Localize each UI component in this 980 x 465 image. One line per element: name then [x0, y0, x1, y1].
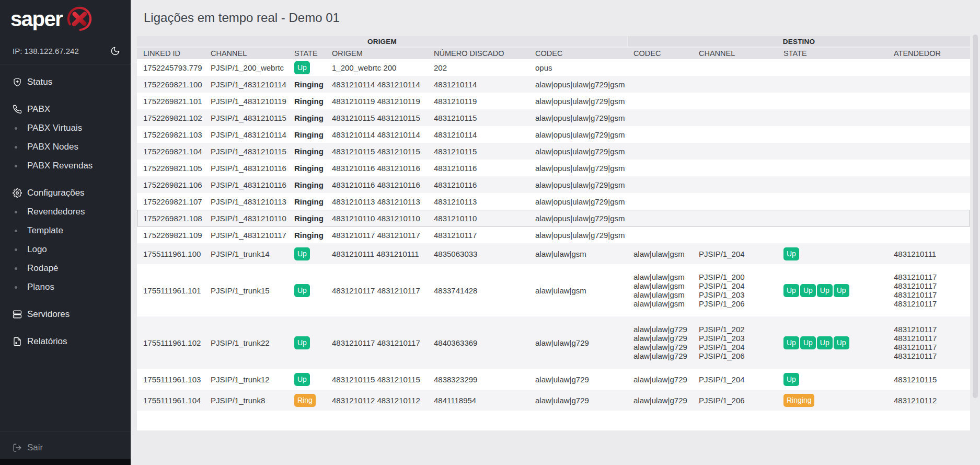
- group-header-origem: ORIGEM: [137, 36, 627, 47]
- table-row[interactable]: 1752269821.100PJSIP/1_4831210114Ringing4…: [137, 76, 970, 93]
- cell-linked-id: 1752269821.107: [137, 197, 204, 206]
- dest-state-badge: Up: [783, 373, 799, 386]
- state-badge: Ring: [294, 394, 316, 407]
- col-header-numero-discado-4: NÚMERO DISCADO: [428, 48, 529, 59]
- cell-codec: alaw|opus|ulaw|g729|gsm: [529, 180, 627, 189]
- cell-dest-codec: alaw|ulaw|gsm: [627, 249, 693, 258]
- vertical-scrollbar-thumb[interactable]: [973, 35, 978, 398]
- cell-channel: PJSIP/1_4831210114: [204, 130, 288, 139]
- cell-atendedor: 4831210112: [887, 396, 970, 405]
- cell-dest-channel-line: PJSIP/1_200: [699, 273, 775, 281]
- sidebar-item-sair[interactable]: Sair: [0, 438, 131, 457]
- cell-numero-discado: 202: [428, 63, 529, 72]
- dest-state-badges: Ringing: [783, 394, 885, 407]
- brand-logo: saper: [10, 4, 94, 33]
- sidebar-item-pabx-nodes[interactable]: PABX Nodes: [0, 138, 131, 156]
- sidebar-item-label: Logo: [27, 244, 47, 255]
- sidebar-item-pabx-virtuais[interactable]: PABX Virtuais: [0, 119, 131, 138]
- table-column-header: LINKED IDCHANNELSTATEORIGEMNÚMERO DISCAD…: [137, 48, 970, 59]
- sidebar-item-relatorios[interactable]: Relatórios: [0, 332, 131, 351]
- sidebar-item-configuracoes[interactable]: Configurações: [0, 184, 131, 202]
- cell-atendedor-line: 4831210117: [894, 281, 968, 290]
- state-text: Ringing: [294, 197, 324, 206]
- table-row[interactable]: 1752269821.105PJSIP/1_4831210116Ringing4…: [137, 160, 970, 176]
- saper-x-icon: [65, 5, 94, 33]
- cell-state: Up: [288, 247, 326, 260]
- cell-state: Up: [288, 373, 326, 386]
- sidebar-item-pabx[interactable]: PABX: [0, 100, 131, 119]
- cell-channel: PJSIP/1_200_webrtc: [204, 63, 288, 72]
- table-row[interactable]: 1752269821.103PJSIP/1_4831210114Ringing4…: [137, 126, 970, 143]
- cell-dest-channel: PJSIP/1_202PJSIP/1_203PJSIP/1_204PJSIP/1…: [693, 325, 777, 360]
- cell-linked-id: 1755111961.104: [137, 396, 204, 405]
- cell-numero-discado: 4831210113: [428, 197, 529, 206]
- sidebar: saper IP: 138.122.67.242 StatusPABXPABX …: [0, 0, 131, 465]
- cell-codec: alaw|opus|ulaw|g729|gsm: [529, 164, 627, 173]
- table-row[interactable]: 1755111961.104PJSIP/1_trunk8Ring48312101…: [137, 390, 970, 411]
- table-row[interactable]: 1752269821.108PJSIP/1_4831210110Ringing4…: [137, 210, 970, 226]
- sidebar-item-revendedores[interactable]: Revendedores: [0, 202, 131, 221]
- col-header-state-8: STATE: [777, 48, 887, 59]
- phone-icon: [13, 105, 27, 114]
- sidebar-item-label: Relatórios: [27, 336, 67, 347]
- sidebar-item-status[interactable]: Status: [0, 73, 131, 92]
- cell-dest-channel-line: PJSIP/1_202: [699, 325, 775, 334]
- dest-state-badges: UpUpUpUp: [783, 284, 885, 297]
- dest-state-badge: Up: [783, 284, 799, 297]
- cell-linked-id: 1752269821.105: [137, 164, 204, 173]
- cell-dest-channel-line: PJSIP/1_204: [699, 249, 775, 258]
- cell-origem: 4831210119 4831210119: [326, 97, 428, 106]
- cell-linked-id: 1752245793.779: [137, 63, 204, 72]
- state-text: Ringing: [294, 180, 324, 189]
- table-row[interactable]: 1752269821.101PJSIP/1_4831210119Ringing4…: [137, 93, 970, 109]
- table-row[interactable]: 1752269821.106PJSIP/1_4831210116Ringing4…: [137, 176, 970, 193]
- cell-dest-channel: PJSIP/1_206: [693, 396, 777, 405]
- state-text: Ringing: [294, 147, 324, 156]
- cell-linked-id: 1752269821.103: [137, 130, 204, 139]
- cell-numero-discado: 4838323299: [428, 375, 529, 384]
- table-row[interactable]: 1755111961.103PJSIP/1_trunk12Up483121011…: [137, 369, 970, 390]
- table-row[interactable]: 1752245793.779PJSIP/1_200_webrtcUp1_200_…: [137, 59, 970, 76]
- cell-dest-channel-line: PJSIP/1_206: [699, 351, 775, 360]
- table-row[interactable]: 1755111961.101PJSIP/1_trunk15Up483121011…: [137, 264, 970, 316]
- table-row[interactable]: 1752269821.104PJSIP/1_4831210115Ringing4…: [137, 143, 970, 160]
- col-header-codec-6: CODEC: [627, 48, 693, 59]
- state-badge: Up: [294, 336, 310, 349]
- table-row[interactable]: 1752269821.107PJSIP/1_4831210113Ringing4…: [137, 193, 970, 210]
- sidebar-item-rodape[interactable]: Rodapé: [0, 259, 131, 278]
- cell-numero-discado: 4840363369: [428, 338, 529, 347]
- server-ip-label: IP: 138.122.67.242: [13, 47, 79, 55]
- cell-codec: alaw|opus|ulaw|g729|gsm: [529, 130, 627, 139]
- dest-state-badge: Up: [800, 336, 816, 349]
- table-row[interactable]: 1752269821.109PJSIP/1_4831210117Ringing4…: [137, 226, 970, 243]
- cell-atendedor-line: 4831210111: [894, 249, 968, 258]
- server-icon: [13, 310, 27, 319]
- cell-linked-id: 1752269821.109: [137, 231, 204, 240]
- moon-icon[interactable]: [110, 46, 120, 56]
- cell-codec: alaw|ulaw|g729: [529, 375, 627, 384]
- cell-linked-id: 1752269821.101: [137, 97, 204, 106]
- sidebar-item-template[interactable]: Template: [0, 221, 131, 240]
- cell-atendedor: 4831210115: [887, 375, 970, 384]
- cell-numero-discado: 4831210116: [428, 164, 529, 173]
- cell-origem: 4831210112 4831210112: [326, 396, 428, 405]
- gear-icon: [13, 188, 27, 198]
- table-row[interactable]: 1755111961.102PJSIP/1_trunk22Up483121011…: [137, 316, 970, 369]
- nav-section-gap: [0, 92, 131, 100]
- saper-logo-text: saper: [10, 4, 62, 33]
- group-header-destino: DESTINO: [627, 36, 970, 47]
- sidebar-item-servidores[interactable]: Servidores: [0, 305, 131, 324]
- state-text: Ringing: [294, 114, 324, 122]
- cell-atendedor-line: 4831210117: [894, 351, 968, 360]
- dest-state-badge: Up: [817, 284, 833, 297]
- sidebar-item-logo[interactable]: Logo: [0, 240, 131, 259]
- table-row[interactable]: 1752269821.102PJSIP/1_4831210115Ringing4…: [137, 109, 970, 126]
- dest-state-badge: Up: [817, 336, 833, 349]
- cell-dest-codec: alaw|ulaw|gsmalaw|ulaw|gsmalaw|ulaw|gsma…: [627, 273, 693, 308]
- sidebar-item-pabx-revendas[interactable]: PABX Revendas: [0, 156, 131, 175]
- cell-numero-discado: 4833741428: [428, 286, 529, 295]
- col-header-channel-1: CHANNEL: [204, 48, 288, 59]
- sidebar-item-planos[interactable]: Planos: [0, 278, 131, 297]
- document-icon: [13, 337, 27, 346]
- table-row[interactable]: 1755111961.100PJSIP/1_trunk14Up483121011…: [137, 243, 970, 264]
